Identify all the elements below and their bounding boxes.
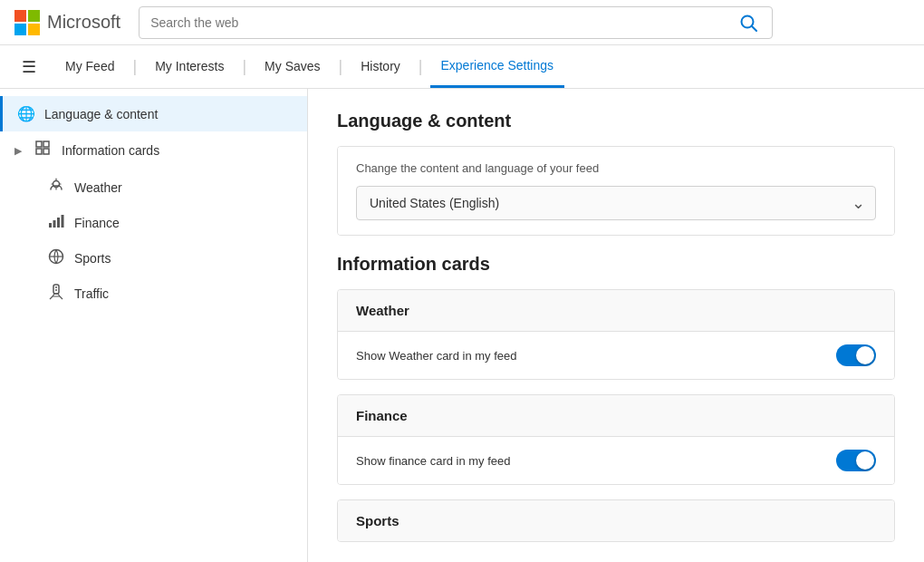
- weather-icon: [47, 178, 65, 197]
- hamburger-button[interactable]: ☰: [14, 52, 43, 82]
- sports-info-card: Sports: [337, 499, 895, 542]
- tab-experience-settings[interactable]: Experience Settings: [430, 45, 565, 88]
- sidebar-item-label-language-content: Language & content: [44, 107, 158, 121]
- language-card-inner: Change the content and language of your …: [338, 147, 894, 235]
- chevron-icon: ▶: [14, 145, 22, 157]
- language-select-wrapper[interactable]: United States (English) United Kingdom (…: [356, 186, 876, 220]
- traffic-icon: [47, 284, 65, 303]
- sidebar-sub-item-label-traffic: Traffic: [74, 286, 109, 301]
- language-section-title: Language & content: [337, 111, 895, 131]
- sidebar: 🌐 Language & content ▶ Information cards: [0, 89, 308, 562]
- svg-point-18: [55, 286, 57, 288]
- weather-toggle-label: Show Weather card in my feed: [356, 349, 517, 363]
- tab-history[interactable]: History: [350, 45, 411, 88]
- tab-my-interests[interactable]: My Interests: [144, 45, 235, 88]
- sidebar-sub-item-label-weather: Weather: [74, 180, 122, 195]
- finance-toggle-label: Show finance card in my feed: [356, 454, 511, 468]
- sidebar-item-language-content[interactable]: 🌐 Language & content: [0, 96, 307, 131]
- finance-toggle[interactable]: [836, 450, 876, 471]
- sidebar-sub-item-finance[interactable]: Finance: [0, 205, 307, 240]
- weather-info-card: Weather Show Weather card in my feed: [337, 289, 895, 380]
- finance-info-card: Finance Show finance card in my feed: [337, 394, 895, 485]
- sidebar-sub-item-weather[interactable]: Weather: [0, 170, 307, 205]
- grid-icon: [34, 140, 53, 160]
- svg-rect-13: [57, 218, 60, 228]
- search-bar[interactable]: [139, 6, 773, 39]
- language-description: Change the content and language of your …: [356, 161, 876, 175]
- svg-rect-11: [49, 223, 52, 228]
- weather-card-toggle-row: Show Weather card in my feed: [338, 332, 894, 379]
- nav-separator-1: |: [129, 57, 140, 76]
- content-area: Language & content Change the content an…: [308, 89, 924, 562]
- svg-rect-5: [43, 149, 49, 154]
- language-select[interactable]: United States (English) United Kingdom (…: [356, 186, 876, 220]
- svg-rect-14: [62, 215, 64, 228]
- logo-area: Microsoft: [14, 10, 120, 35]
- svg-rect-2: [36, 141, 42, 147]
- header: Microsoft: [0, 0, 924, 45]
- svg-rect-12: [53, 220, 56, 228]
- microsoft-logo-icon: [14, 10, 40, 35]
- finance-card-toggle-row: Show finance card in my feed: [338, 437, 894, 484]
- weather-toggle[interactable]: [836, 344, 876, 366]
- search-button[interactable]: [736, 10, 761, 35]
- nav-separator-2: |: [238, 57, 250, 76]
- sports-icon: [47, 248, 65, 267]
- sidebar-sub-item-sports[interactable]: Sports: [0, 240, 307, 276]
- sidebar-sub-item-traffic[interactable]: Traffic: [0, 276, 307, 311]
- tab-my-saves[interactable]: My Saves: [254, 45, 331, 88]
- finance-card-header: Finance: [338, 395, 894, 437]
- svg-rect-3: [43, 141, 49, 147]
- svg-line-1: [752, 26, 756, 31]
- sidebar-sub-item-label-sports: Sports: [74, 251, 111, 266]
- tab-my-feed[interactable]: My Feed: [54, 45, 125, 88]
- sidebar-item-information-cards[interactable]: ▶ Information cards: [0, 131, 307, 170]
- nav-separator-3: |: [335, 57, 347, 76]
- finance-icon: [47, 213, 65, 232]
- svg-point-19: [55, 289, 57, 291]
- nav-tabs: ☰ My Feed | My Interests | My Saves | Hi…: [0, 45, 924, 89]
- weather-card-header: Weather: [338, 290, 894, 332]
- sports-card-header: Sports: [338, 500, 894, 541]
- language-card: Change the content and language of your …: [337, 146, 895, 236]
- info-cards-section-title: Information cards: [337, 254, 895, 275]
- sidebar-item-label-information-cards: Information cards: [62, 143, 159, 158]
- weather-toggle-slider: [836, 344, 876, 366]
- nav-separator-4: |: [415, 57, 427, 76]
- logo-text: Microsoft: [47, 12, 120, 33]
- globe-icon: 🌐: [17, 105, 35, 122]
- finance-toggle-slider: [836, 450, 876, 471]
- finance-toggle-knob: [856, 451, 874, 470]
- svg-rect-4: [36, 149, 42, 154]
- main-layout: 🌐 Language & content ▶ Information cards: [0, 89, 924, 562]
- sidebar-sub-item-label-finance: Finance: [74, 216, 120, 230]
- weather-toggle-knob: [856, 346, 874, 364]
- search-input[interactable]: [150, 15, 736, 30]
